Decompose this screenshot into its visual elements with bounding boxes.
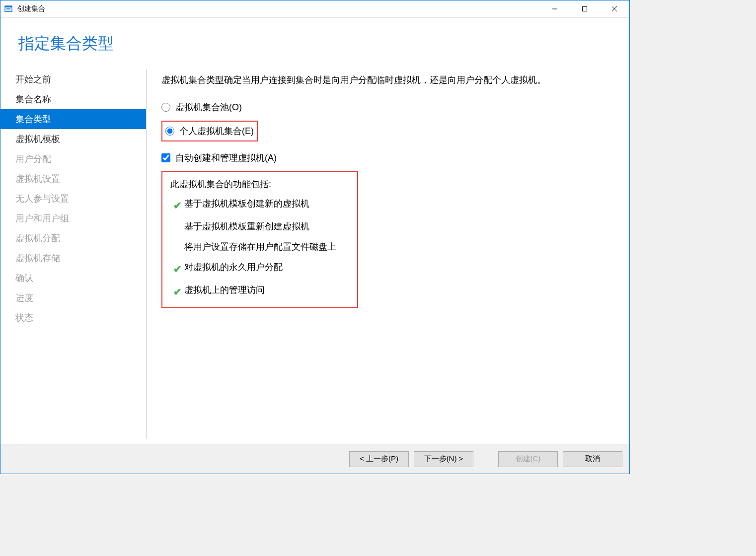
content-pane: 虚拟机集合类型确定当用户连接到集合时是向用户分配临时虚拟机，还是向用户分配个人虚…: [147, 65, 629, 444]
nav-item-8: 虚拟机分配: [0, 228, 146, 248]
radio-option-personal[interactable]: 个人虚拟机集合(E): [165, 124, 254, 139]
feature-text: 基于虚拟机模板重新创建虚拟机: [184, 220, 349, 233]
feature-item-3: ✔对虚拟机的永久用户分配: [170, 261, 349, 277]
titlebar-controls: [540, 0, 629, 17]
radio-personal-input[interactable]: [165, 127, 174, 136]
checkbox-auto-input[interactable]: [161, 153, 170, 162]
nav-item-0[interactable]: 开始之前: [0, 70, 146, 89]
feature-text: 对虚拟机的永久用户分配: [184, 261, 349, 274]
feature-check-empty: [170, 220, 184, 221]
feature-item-1: 基于虚拟机模板重新创建虚拟机: [170, 220, 349, 233]
app-icon: [4, 4, 13, 13]
features-title: 此虚拟机集合的功能包括:: [170, 178, 349, 190]
titlebar: 创建集合: [0, 0, 629, 18]
footer: < 上一步(P) 下一步(N) > 创建(C) 取消: [0, 444, 629, 474]
radio-pool-input[interactable]: [161, 103, 170, 112]
header: 指定集合类型: [0, 18, 629, 65]
svg-rect-3: [6, 10, 10, 10]
checkmark-icon: ✔: [170, 283, 184, 299]
radio-personal-label[interactable]: 个人虚拟机集合(E): [179, 125, 254, 137]
checkbox-auto-manage[interactable]: 自动创建和管理虚拟机(A): [161, 150, 614, 165]
feature-item-2: 将用户设置存储在用户配置文件磁盘上: [170, 240, 349, 254]
nav-item-5: 虚拟机设置: [0, 169, 146, 189]
features-list: ✔基于虚拟机模板创建新的虚拟机基于虚拟机模板重新创建虚拟机将用户设置存储在用户配…: [170, 197, 349, 299]
checkmark-icon: ✔: [170, 261, 184, 277]
nav-item-2[interactable]: 集合类型: [0, 109, 146, 129]
feature-item-0: ✔基于虚拟机模板创建新的虚拟机: [170, 197, 349, 213]
wizard-window: 创建集合 指定集合类型 开始之前集合名称集合类型虚拟机模板用户分配虚拟机设置无人…: [0, 0, 630, 474]
nav-item-3[interactable]: 虚拟机模板: [0, 129, 146, 149]
feature-item-4: ✔虚拟机上的管理访问: [170, 283, 349, 299]
create-button: 创建(C): [498, 451, 558, 467]
nav-item-4: 用户分配: [0, 149, 146, 169]
wizard-body: 开始之前集合名称集合类型虚拟机模板用户分配虚拟机设置无人参与设置用户和用户组虚拟…: [0, 65, 629, 444]
feature-text: 基于虚拟机模板创建新的虚拟机: [184, 197, 349, 210]
minimize-button[interactable]: [540, 0, 570, 17]
radio-option-pool[interactable]: 虚拟机集合池(O): [161, 100, 614, 115]
previous-button[interactable]: < 上一步(P): [349, 451, 409, 467]
window-title: 创建集合: [17, 4, 45, 13]
description-text: 虚拟机集合类型确定当用户连接到集合时是向用户分配临时虚拟机，还是向用户分配个人虚…: [161, 73, 614, 87]
feature-check-empty: [170, 240, 184, 241]
close-button[interactable]: [600, 0, 629, 17]
nav-item-1[interactable]: 集合名称: [0, 89, 146, 109]
cancel-button[interactable]: 取消: [563, 451, 622, 467]
feature-text: 虚拟机上的管理访问: [184, 283, 349, 297]
sidebar: 开始之前集合名称集合类型虚拟机模板用户分配虚拟机设置无人参与设置用户和用户组虚拟…: [0, 65, 146, 444]
nav-item-11: 进度: [0, 288, 146, 308]
checkmark-icon: ✔: [170, 197, 184, 213]
features-highlight-box: 此虚拟机集合的功能包括: ✔基于虚拟机模板创建新的虚拟机基于虚拟机模板重新创建虚…: [161, 171, 358, 308]
maximize-button[interactable]: [570, 0, 600, 17]
nav-item-12: 状态: [0, 308, 146, 328]
nav-item-10: 确认: [0, 268, 146, 288]
page-title: 指定集合类型: [18, 33, 611, 55]
radio-pool-label[interactable]: 虚拟机集合池(O): [175, 101, 242, 113]
svg-rect-5: [583, 7, 587, 11]
nav-item-6: 无人参与设置: [0, 189, 146, 208]
svg-rect-2: [6, 8, 10, 9]
next-button[interactable]: 下一步(N) >: [414, 451, 473, 467]
checkbox-auto-label[interactable]: 自动创建和管理虚拟机(A): [175, 152, 277, 164]
nav-item-7: 用户和用户组: [0, 208, 146, 228]
svg-rect-1: [5, 6, 12, 7]
radio-option-personal-highlight: 个人虚拟机集合(E): [161, 121, 258, 141]
nav-item-9: 虚拟机存储: [0, 248, 146, 268]
feature-text: 将用户设置存储在用户配置文件磁盘上: [184, 240, 349, 254]
